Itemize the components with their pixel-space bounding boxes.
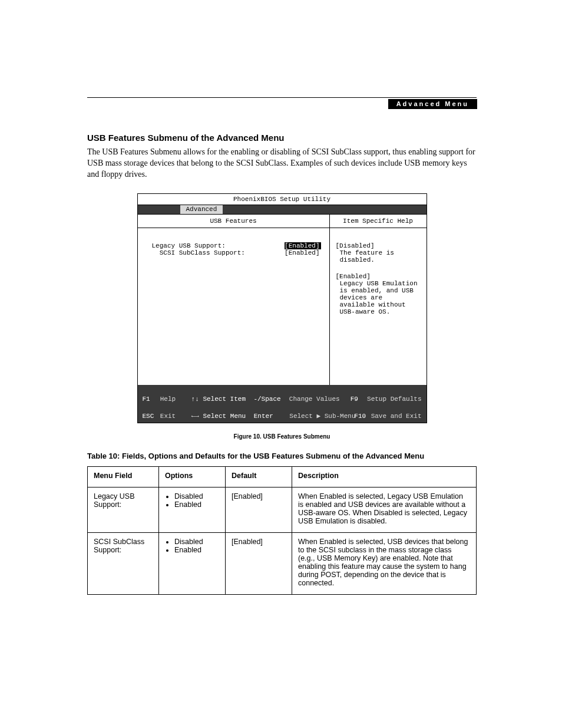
bios-foot-nav: ↑↓ Select Item xyxy=(191,395,254,404)
bios-foot-label: Setup Defaults xyxy=(367,395,421,404)
td-options: Disabled Enabled xyxy=(159,533,226,595)
bios-footer: F1Help↑↓ Select Item-/SpaceChange Values… xyxy=(138,385,427,423)
bios-foot-label: Save and Exit xyxy=(371,412,422,421)
bios-setting-row: SCSI SubClass Support: [Enabled] xyxy=(152,249,321,256)
bios-foot-key: -/Space xyxy=(253,395,289,404)
bios-help-body: Legacy USB Emulation is enabled, and USB… xyxy=(336,280,421,315)
td-desc: When Enabled is selected, USB devices th… xyxy=(292,533,477,595)
th-options: Options xyxy=(159,467,226,487)
td-default: [Enabled] xyxy=(226,487,292,533)
bios-foot-label: Change Values xyxy=(289,395,351,404)
th-default: Default xyxy=(226,467,292,487)
figure-caption: Figure 10. USB Features Submenu xyxy=(87,433,477,440)
option-item: Disabled xyxy=(174,538,219,546)
bios-foot-label: Help xyxy=(160,395,191,404)
bios-setting-label: SCSI SubClass Support: xyxy=(152,249,245,256)
bios-title: PhoenixBIOS Setup Utility xyxy=(138,194,427,205)
td-options: Disabled Enabled xyxy=(159,487,226,533)
options-table: Menu Field Options Default Description L… xyxy=(87,466,477,595)
bios-foot-key: F1 xyxy=(143,395,160,404)
table-row: Legacy USB Support: Disabled Enabled [En… xyxy=(88,487,477,533)
bios-help-head: [Disabled] xyxy=(336,242,375,249)
td-desc: When Enabled is selected, Legacy USB Emu… xyxy=(292,487,477,533)
bios-settings-pane: Legacy USB Support: [Enabled] SCSI SubCl… xyxy=(138,228,329,385)
bios-setting-label: Legacy USB Support: xyxy=(152,242,226,249)
th-desc: Description xyxy=(292,467,477,487)
option-item: Enabled xyxy=(174,500,219,509)
intro-paragraph: The USB Features Submenu allows for the … xyxy=(87,147,477,180)
top-rule xyxy=(87,97,477,98)
bios-setting-value: [Enabled] xyxy=(285,249,320,256)
td-default: [Enabled] xyxy=(226,533,292,595)
option-item: Disabled xyxy=(174,492,219,500)
bios-screenshot: PhoenixBIOS Setup Utility Advanced USB F… xyxy=(137,193,427,423)
table-row: SCSI SubClass Support: Disabled Enabled … xyxy=(88,533,477,595)
bios-tab-advanced: Advanced xyxy=(180,205,223,214)
bios-foot-label: Select ▶ Sub-Menu xyxy=(289,412,354,421)
page-title: USB Features Submenu of the Advanced Men… xyxy=(87,133,477,143)
th-field: Menu Field xyxy=(88,467,159,487)
td-field: SCSI SubClass Support: xyxy=(88,533,159,595)
bios-help-head: [Enabled] xyxy=(336,273,371,280)
bios-left-header: USB Features xyxy=(138,215,329,228)
bios-foot-label: Exit xyxy=(160,412,191,421)
bios-foot-key: F10 xyxy=(354,412,371,421)
bios-setting-row: Legacy USB Support: [Enabled] xyxy=(152,242,321,249)
table-caption: Table 10: Fields, Options and Defaults f… xyxy=(87,452,477,460)
bios-foot-key: Enter xyxy=(254,412,290,421)
bios-setting-value-selected: [Enabled] xyxy=(285,242,320,249)
bios-help-body: The feature is disabled. xyxy=(336,249,421,263)
bios-foot-key: F9 xyxy=(351,395,367,404)
bios-tab-bar: Advanced xyxy=(138,205,427,215)
td-field: Legacy USB Support: xyxy=(88,487,159,533)
section-header: Advanced Menu xyxy=(388,99,477,109)
bios-help-pane: [Disabled] The feature is disabled. [Ena… xyxy=(330,228,427,385)
option-item: Enabled xyxy=(174,546,219,554)
bios-foot-key: ESC xyxy=(143,412,160,421)
bios-foot-nav: ←→ Select Menu xyxy=(191,412,254,421)
bios-right-header: Item Specific Help xyxy=(330,215,427,228)
